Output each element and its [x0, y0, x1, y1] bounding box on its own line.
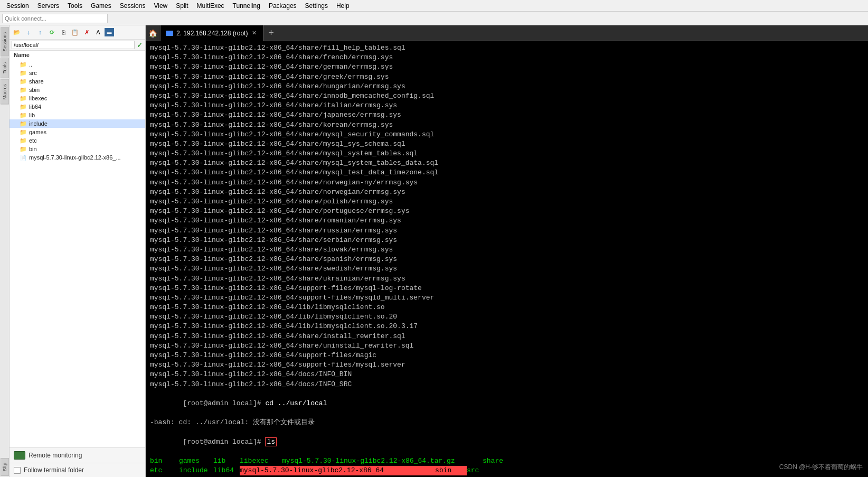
cmd-ls-line: [root@admin local]# ls: [150, 428, 864, 457]
output-line-23: mysql-5.7.30-linux-glibc2.12-x86_64/shar…: [150, 255, 864, 264]
terminal-panel: 🏠 2. 192.168.242.128 (root) ✕ + mysql-5.…: [146, 25, 868, 477]
terminal-output[interactable]: mysql-5.7.30-linux-glibc2.12-x86_64/shar…: [146, 41, 868, 477]
menu-item-tools[interactable]: Tools: [63, 1, 87, 11]
sidebar-vertical-tabs: Sessions Tools Macros Sftp: [0, 25, 10, 477]
menu-item-session[interactable]: Session: [2, 1, 33, 11]
menu-item-split[interactable]: Split: [172, 1, 192, 11]
toolbar-upload-btn[interactable]: ↑: [35, 27, 45, 38]
output-line-6: mysql-5.7.30-linux-glibc2.12-x86_64/shar…: [150, 91, 864, 101]
tab-close-icon[interactable]: ✕: [251, 30, 258, 36]
sidebar-tab-macros[interactable]: Macros: [1, 79, 9, 105]
folder-icon: 📁: [19, 103, 27, 110]
address-input[interactable]: [12, 41, 135, 49]
address-bar: ✓: [10, 40, 145, 51]
output-line-18: mysql-5.7.30-linux-glibc2.12-x86_64/shar…: [150, 207, 864, 216]
follow-terminal-checkbox[interactable]: [14, 467, 21, 474]
output-line-25: mysql-5.7.30-linux-glibc2.12-x86_64/shar…: [150, 274, 864, 284]
toolbar-download-btn[interactable]: ↓: [23, 27, 34, 38]
toolbar-paste-btn[interactable]: 📋: [70, 27, 80, 38]
sidebar-tab-tools[interactable]: Tools: [1, 58, 9, 78]
output-line-3: mysql-5.7.30-linux-glibc2.12-x86_64/shar…: [150, 62, 864, 72]
tree-item-etc[interactable]: 📁 etc: [10, 136, 145, 145]
folder-icon: 📁: [19, 137, 27, 144]
tab-bar: 🏠 2. 192.168.242.128 (root) ✕ +: [146, 25, 868, 41]
menu-bar: Session Servers Tools Games Sessions Vie…: [0, 0, 868, 12]
menu-item-servers[interactable]: Servers: [33, 1, 63, 11]
output-line-17: mysql-5.7.30-linux-glibc2.12-x86_64/shar…: [150, 197, 864, 207]
remote-monitoring-label: Remote monitoring: [29, 452, 82, 459]
remote-monitoring-section: Remote monitoring: [10, 447, 145, 463]
quick-connect-input[interactable]: [2, 14, 108, 23]
address-check-icon: ✓: [137, 41, 143, 49]
tree-item-bin[interactable]: 📁 bin: [10, 145, 145, 153]
home-button[interactable]: 🏠: [146, 25, 161, 41]
error-line: -bash: cd: ../usr/local: 没有那个文件或目录: [150, 418, 864, 427]
output-line-36: mysql-5.7.30-linux-glibc2.12-x86_64/docs…: [150, 380, 864, 389]
folder-icon: 📁: [19, 128, 27, 136]
tree-item-include[interactable]: 📁 include: [10, 119, 145, 128]
tree-item-src[interactable]: 📁 src: [10, 69, 145, 77]
toolbar-delete-btn[interactable]: ✗: [81, 27, 92, 38]
tree-item-lib[interactable]: 📁 lib: [10, 111, 145, 119]
menu-item-sessions[interactable]: Sessions: [116, 1, 150, 11]
output-line-14: mysql-5.7.30-linux-glibc2.12-x86_64/shar…: [150, 168, 864, 177]
tree-item-share[interactable]: 📁 share: [10, 77, 145, 86]
sidebar-tab-sessions[interactable]: Sessions: [1, 27, 9, 57]
file-panel-toolbar: 📂 ↓ ↑ ⟳ ⎘ 📋 ✗ A ▬: [10, 25, 145, 40]
output-line-12: mysql-5.7.30-linux-glibc2.12-x86_64/shar…: [150, 149, 864, 158]
output-line-9: mysql-5.7.30-linux-glibc2.12-x86_64/shar…: [150, 120, 864, 130]
toolbar-folder-btn[interactable]: 📂: [12, 27, 22, 38]
cmd-cd-line: [root@admin local]# cd ../usr/local: [150, 389, 864, 418]
folder-icon: 📁: [19, 86, 27, 93]
menu-item-help[interactable]: Help: [332, 1, 354, 11]
ls-output-row2: etc include lib64 mysql-5.7.30-linux-gli…: [150, 466, 864, 475]
toolbar-refresh-btn[interactable]: ⟳: [46, 27, 57, 38]
folder-icon: 📁: [19, 111, 27, 119]
folder-icon: 📁: [19, 120, 27, 127]
output-line-33: mysql-5.7.30-linux-glibc2.12-x86_64/supp…: [150, 351, 864, 360]
output-line-16: mysql-5.7.30-linux-glibc2.12-x86_64/shar…: [150, 188, 864, 197]
menu-item-games[interactable]: Games: [87, 1, 116, 11]
tree-item-mysql-file[interactable]: 📄 mysql-5.7.30-linux-glibc2.12-x86_...: [10, 153, 145, 162]
folder-icon: 📁: [19, 69, 27, 77]
output-line-5: mysql-5.7.30-linux-glibc2.12-x86_64/shar…: [150, 82, 864, 91]
output-line-26: mysql-5.7.30-linux-glibc2.12-x86_64/supp…: [150, 284, 864, 293]
tree-item-dotdot[interactable]: 📁 ..: [10, 60, 145, 69]
output-line-19: mysql-5.7.30-linux-glibc2.12-x86_64/shar…: [150, 216, 864, 226]
output-line-10: mysql-5.7.30-linux-glibc2.12-x86_64/shar…: [150, 130, 864, 139]
menu-item-settings[interactable]: Settings: [301, 1, 332, 11]
prompt-cd: [root@admin local]#: [183, 399, 265, 407]
tree-item-sbin[interactable]: 📁 sbin: [10, 86, 145, 94]
menu-item-tunneling[interactable]: Tunneling: [229, 1, 265, 11]
output-line-30: mysql-5.7.30-linux-glibc2.12-x86_64/lib/…: [150, 322, 864, 331]
cmd-cd-text: cd ../usr/local: [265, 399, 327, 407]
tab-icon: [166, 31, 173, 36]
menu-item-packages[interactable]: Packages: [265, 1, 301, 11]
folder-icon: 📁: [19, 145, 27, 153]
folder-icon: 📁: [19, 95, 27, 102]
menu-item-view[interactable]: View: [149, 1, 172, 11]
toolbar-copy-btn[interactable]: ⎘: [58, 27, 69, 38]
output-line-22: mysql-5.7.30-linux-glibc2.12-x86_64/shar…: [150, 245, 864, 255]
output-line-13: mysql-5.7.30-linux-glibc2.12-x86_64/shar…: [150, 158, 864, 168]
output-line-34: mysql-5.7.30-linux-glibc2.12-x86_64/supp…: [150, 360, 864, 370]
ls-output-row1: bin games lib libexec mysql-5.7.30-linux…: [150, 456, 864, 466]
new-tab-button[interactable]: +: [263, 25, 278, 41]
tree-item-lib64[interactable]: 📁 lib64: [10, 102, 145, 111]
sidebar-tab-sftp[interactable]: Sftp: [1, 458, 9, 476]
tree-item-libexec[interactable]: 📁 libexec: [10, 94, 145, 102]
tree-item-games[interactable]: 📁 games: [10, 128, 145, 136]
folder-up-icon: 📁: [19, 61, 27, 68]
output-line-29: mysql-5.7.30-linux-glibc2.12-x86_64/lib/…: [150, 312, 864, 322]
toolbar-edit-btn[interactable]: A: [93, 27, 103, 38]
toolbar-info-btn[interactable]: ▬: [105, 28, 114, 36]
follow-terminal-label: Follow terminal folder: [24, 466, 84, 474]
output-line-32: mysql-5.7.30-linux-glibc2.12-x86_64/shar…: [150, 341, 864, 351]
output-line-7: mysql-5.7.30-linux-glibc2.12-x86_64/shar…: [150, 101, 864, 110]
cmd-ls-text: ls: [265, 437, 277, 446]
file-tree: 📁 .. 📁 src 📁 share 📁 sbin 📁 libexec 📁: [10, 59, 145, 447]
terminal-tab-active[interactable]: 2. 192.168.242.128 (root) ✕: [161, 25, 263, 41]
menu-item-multiexec[interactable]: MultiExec: [193, 1, 229, 11]
output-line-20: mysql-5.7.30-linux-glibc2.12-x86_64/shar…: [150, 226, 864, 236]
output-line-24: mysql-5.7.30-linux-glibc2.12-x86_64/shar…: [150, 264, 864, 274]
